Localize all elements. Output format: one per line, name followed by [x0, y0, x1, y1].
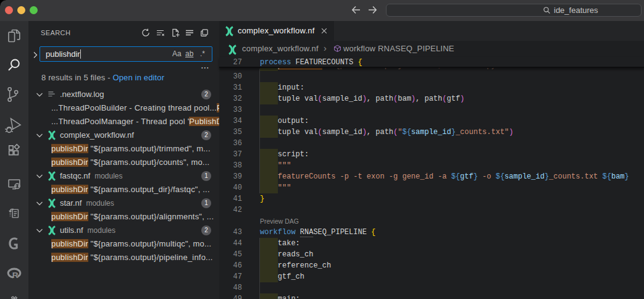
svg-text:R: R — [12, 271, 19, 280]
